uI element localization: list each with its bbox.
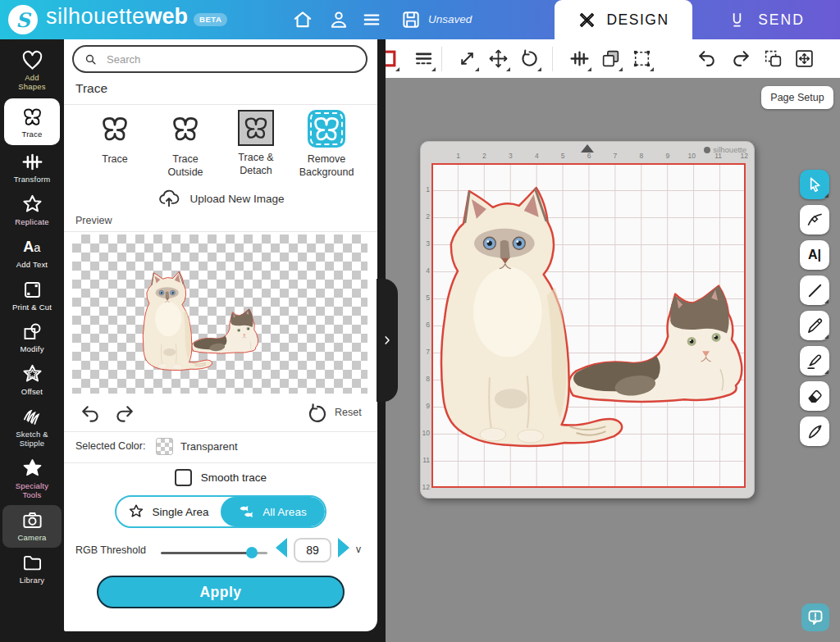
rgb-threshold-label: RGB Threshold bbox=[75, 544, 146, 556]
cloud-upload-icon bbox=[158, 187, 180, 210]
area-toggle: Single Area All Areas bbox=[115, 495, 326, 528]
smooth-trace-checkbox[interactable] bbox=[175, 469, 192, 486]
move-tool[interactable] bbox=[485, 45, 511, 73]
decrement-arrow[interactable] bbox=[276, 538, 287, 558]
knife-tool[interactable] bbox=[800, 417, 829, 446]
butterfly-icon bbox=[311, 113, 342, 144]
preview-label: Preview bbox=[75, 215, 112, 226]
search-icon bbox=[84, 52, 98, 66]
select-tool[interactable] bbox=[800, 170, 829, 199]
move-icon bbox=[488, 48, 509, 69]
remove-background-option[interactable]: Remove Background bbox=[295, 110, 358, 180]
sidebar-item-replicate[interactable]: Replicate bbox=[2, 189, 62, 232]
rgb-threshold-slider[interactable] bbox=[161, 552, 267, 554]
left-sidebar: Add Shapes Trace Transform Replicate Add… bbox=[0, 39, 64, 642]
frame-select-tool[interactable] bbox=[628, 45, 655, 73]
beta-badge: BETA bbox=[194, 13, 227, 26]
sliders-icon bbox=[569, 48, 590, 69]
redo-button[interactable] bbox=[112, 402, 136, 426]
pan-tool[interactable] bbox=[791, 45, 817, 73]
sidebar-item-modify[interactable]: Modify bbox=[2, 316, 62, 359]
increment-arrow[interactable] bbox=[338, 538, 349, 558]
knife-icon bbox=[806, 422, 824, 441]
sidebar-item-trace[interactable]: Trace bbox=[4, 98, 60, 145]
sidebar-item-sketch-stipple[interactable]: Sketch & Stipple bbox=[2, 402, 62, 453]
duplicate-tool[interactable] bbox=[597, 45, 623, 73]
canvas-toolbar bbox=[386, 39, 840, 78]
node-edit-icon bbox=[806, 211, 824, 230]
eraser-tool[interactable] bbox=[800, 381, 829, 411]
camera-icon bbox=[21, 509, 43, 531]
pencil-tool[interactable] bbox=[800, 311, 829, 340]
divider bbox=[64, 462, 377, 463]
feedback-icon bbox=[806, 608, 825, 627]
ruler-vertical: 123456789101112 bbox=[422, 163, 430, 488]
chevron-right-icon bbox=[381, 335, 393, 346]
all-areas-option[interactable]: All Areas bbox=[221, 497, 325, 526]
save-icon[interactable] bbox=[400, 9, 422, 30]
single-area-option[interactable]: Single Area bbox=[116, 497, 221, 526]
tab-design[interactable]: DESIGN bbox=[555, 0, 692, 39]
sidebar-item-offset[interactable]: Offset bbox=[2, 359, 62, 402]
page-setup-button[interactable]: Page Setup bbox=[761, 86, 833, 109]
node-edit-tool[interactable] bbox=[800, 205, 829, 234]
sidebar-item-specialty-tools[interactable]: Specialty Tools bbox=[2, 453, 62, 505]
trace-outside-option[interactable]: Trace Outside bbox=[154, 110, 217, 180]
send-icon bbox=[728, 11, 746, 30]
line-tool[interactable] bbox=[800, 275, 829, 305]
smooth-trace-row: Smooth trace bbox=[64, 469, 377, 486]
star-outline-icon bbox=[21, 194, 43, 216]
menu-icon[interactable] bbox=[361, 9, 382, 30]
sidebar-item-library[interactable]: Library bbox=[2, 548, 62, 590]
sidebar-item-add-text[interactable]: Add Text bbox=[2, 232, 62, 275]
search-input[interactable] bbox=[105, 52, 366, 66]
send-label: SEND bbox=[758, 11, 805, 29]
upload-new-image-button[interactable]: Upload New Image bbox=[64, 187, 377, 210]
pencil-icon bbox=[806, 316, 824, 335]
slider-thumb[interactable] bbox=[246, 547, 258, 558]
sidebar-item-camera[interactable]: Camera bbox=[2, 505, 62, 548]
folder-icon bbox=[21, 552, 43, 574]
apply-button[interactable]: Apply bbox=[97, 576, 345, 608]
transparent-swatch[interactable] bbox=[156, 438, 173, 455]
scale-icon bbox=[457, 48, 477, 69]
sidebar-item-print-cut[interactable]: Print & Cut bbox=[2, 275, 62, 317]
undo-toolbar-button[interactable] bbox=[694, 45, 720, 73]
line-style-tool[interactable] bbox=[410, 45, 436, 73]
selected-color-label: Selected Color: bbox=[75, 440, 145, 452]
tab-send[interactable]: SEND bbox=[692, 0, 840, 39]
reset-button[interactable] bbox=[305, 402, 330, 426]
sidebar-item-add-shapes[interactable]: Add Shapes bbox=[2, 45, 62, 97]
design-icon bbox=[578, 11, 596, 30]
redo-toolbar-button[interactable] bbox=[727, 45, 753, 73]
butterfly-icon bbox=[21, 106, 43, 128]
feedback-button[interactable] bbox=[801, 603, 829, 631]
home-icon[interactable] bbox=[292, 9, 313, 30]
search-bar bbox=[72, 45, 368, 73]
trace-option[interactable]: Trace bbox=[84, 110, 146, 180]
tool-palette: A| bbox=[800, 170, 829, 446]
align-tool[interactable] bbox=[566, 45, 592, 73]
eraser-icon bbox=[806, 387, 824, 406]
panel-collapse-tab[interactable] bbox=[377, 279, 398, 402]
silhouette-logo: S bbox=[8, 5, 38, 34]
marker-tool[interactable] bbox=[800, 346, 829, 376]
trace-detach-option[interactable]: Trace & Detach bbox=[225, 110, 287, 180]
butterfly-icon bbox=[170, 113, 201, 144]
user-icon[interactable] bbox=[328, 9, 349, 30]
rotate-tool[interactable] bbox=[516, 45, 542, 73]
scale-tool[interactable] bbox=[454, 45, 480, 73]
design-label: DESIGN bbox=[606, 11, 669, 29]
sidebar-item-transform[interactable]: Transform bbox=[2, 147, 62, 189]
paste-tool[interactable] bbox=[760, 45, 786, 73]
panel-title: Trace bbox=[75, 81, 107, 96]
divider bbox=[64, 231, 377, 232]
selected-color-value: Transparent bbox=[180, 440, 238, 453]
smooth-trace-label: Smooth trace bbox=[201, 471, 267, 484]
toolbar-separator bbox=[441, 47, 442, 71]
undo-button[interactable] bbox=[79, 402, 103, 426]
rgb-threshold-value[interactable] bbox=[294, 538, 331, 562]
text-tool[interactable]: A| bbox=[800, 240, 829, 270]
traced-kittens-object[interactable] bbox=[432, 181, 745, 451]
trace-preview[interactable] bbox=[72, 234, 368, 394]
